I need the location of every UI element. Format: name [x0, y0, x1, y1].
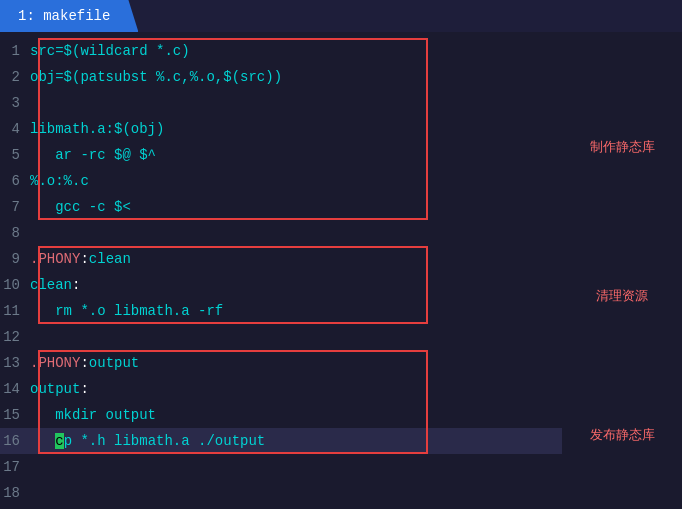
- line-content: obj=$(patsubst %.c,%.o,$(src)): [30, 64, 562, 90]
- line-content: %.o:%.c: [30, 168, 562, 194]
- line-number: 9: [0, 246, 30, 272]
- line-13: 13 .PHONY:output: [0, 350, 562, 376]
- line-content: .PHONY:clean: [30, 246, 562, 272]
- line-content: .PHONY:output: [30, 350, 562, 376]
- line-8: 8: [0, 220, 562, 246]
- line-content: mkdir output: [30, 402, 562, 428]
- line-number: 10: [0, 272, 30, 298]
- line-11: 11 rm *.o libmath.a -rf: [0, 298, 562, 324]
- line-2: 2 obj=$(patsubst %.c,%.o,$(src)): [0, 64, 562, 90]
- line-content: clean:: [30, 272, 562, 298]
- line-number: 1: [0, 38, 30, 64]
- line-number: 18: [0, 480, 30, 506]
- line-content: rm *.o libmath.a -rf: [30, 298, 562, 324]
- line-4: 4 libmath.a:$(obj): [0, 116, 562, 142]
- annotation-section3: 发布静态库: [567, 426, 677, 444]
- line-number: 3: [0, 90, 30, 116]
- line-number: 12: [0, 324, 30, 350]
- line-number: 8: [0, 220, 30, 246]
- line-content: output:: [30, 376, 562, 402]
- line-number: 2: [0, 64, 30, 90]
- cursor: c: [55, 433, 63, 449]
- annotations-panel: 制作静态库 清理资源 发布静态库: [562, 32, 682, 509]
- tab-bar: 1: makefile: [0, 0, 682, 32]
- line-number: 16: [0, 428, 30, 454]
- line-content: cp *.h libmath.a ./output: [30, 428, 562, 454]
- line-10: 10 clean:: [0, 272, 562, 298]
- line-12: 12: [0, 324, 562, 350]
- line-content: libmath.a:$(obj): [30, 116, 562, 142]
- tab-makefile[interactable]: 1: makefile: [0, 0, 138, 32]
- line-16: 16 cp *.h libmath.a ./output: [0, 428, 562, 454]
- line-number: 5: [0, 142, 30, 168]
- line-number: 11: [0, 298, 30, 324]
- line-15: 15 mkdir output: [0, 402, 562, 428]
- line-number: 4: [0, 116, 30, 142]
- line-14: 14 output:: [0, 376, 562, 402]
- code-area: 1 src=$(wildcard *.c) 2 obj=$(patsubst %…: [0, 32, 562, 509]
- tab-label: 1: makefile: [18, 8, 110, 24]
- line-content: gcc -c $<: [30, 194, 562, 220]
- editor: 1 src=$(wildcard *.c) 2 obj=$(patsubst %…: [0, 32, 682, 509]
- line-content: ar -rc $@ $^: [30, 142, 562, 168]
- annotation-section2: 清理资源: [567, 287, 677, 305]
- line-7: 7 gcc -c $<: [0, 194, 562, 220]
- annotation-section1: 制作静态库: [567, 138, 677, 156]
- line-9: 9 .PHONY:clean: [0, 246, 562, 272]
- line-content: src=$(wildcard *.c): [30, 38, 562, 64]
- line-number: 6: [0, 168, 30, 194]
- line-18: 18: [0, 480, 562, 506]
- line-number: 14: [0, 376, 30, 402]
- line-6: 6 %.o:%.c: [0, 168, 562, 194]
- line-number: 7: [0, 194, 30, 220]
- line-5: 5 ar -rc $@ $^: [0, 142, 562, 168]
- line-3: 3: [0, 90, 562, 116]
- line-17: 17: [0, 454, 562, 480]
- line-number: 15: [0, 402, 30, 428]
- line-number: 13: [0, 350, 30, 376]
- line-1: 1 src=$(wildcard *.c): [0, 38, 562, 64]
- line-number: 17: [0, 454, 30, 480]
